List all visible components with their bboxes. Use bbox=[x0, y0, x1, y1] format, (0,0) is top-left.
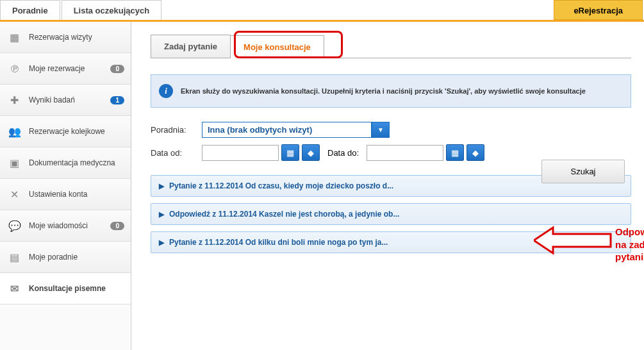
sidebar-item-ustawienia[interactable]: ✕ Ustawienia konta bbox=[0, 179, 131, 210]
sidebar-label: Dokumentacja medyczna bbox=[29, 158, 115, 167]
building-icon: ▤ bbox=[6, 251, 22, 263]
chevron-right-icon: ▶ bbox=[159, 210, 164, 219]
info-panel: i Ekran służy do wyszukiwania konsultacj… bbox=[151, 74, 631, 108]
result-title: Pytanie z 11.12.2014 Od czasu, kiedy moj… bbox=[169, 181, 393, 190]
envelope-icon: ✉ bbox=[6, 282, 22, 295]
sidebar-item-moje-rezerwacje[interactable]: ℗ Moje rezerwacje 0 bbox=[0, 53, 131, 85]
tab-erejestracja[interactable]: eRejestracja bbox=[554, 0, 643, 20]
sidebar-item-wyniki-badan[interactable]: ✚ Wyniki badań 1 bbox=[0, 85, 131, 116]
sidebar-label: Moje rezerwacje bbox=[29, 64, 85, 73]
content-area: Zadaj pytanie Moje konsultacje i Ekran s… bbox=[131, 22, 644, 350]
tab-lista-oczekujacych[interactable]: Lista oczekujących bbox=[62, 0, 162, 20]
chevron-down-icon[interactable]: ▼ bbox=[372, 122, 390, 138]
top-nav-tabs: Poradnie Lista oczekujących eRejestracja bbox=[0, 0, 644, 22]
sidebar-label: Konsultacje pisemne bbox=[29, 284, 106, 293]
info-icon: i bbox=[159, 84, 173, 98]
data-od-input[interactable] bbox=[202, 145, 279, 161]
count-badge: 1 bbox=[110, 96, 124, 104]
result-item[interactable]: ▶ Pytanie z 11.12.2014 Od kilku dni boli… bbox=[151, 231, 631, 253]
tools-icon: ✕ bbox=[6, 188, 22, 201]
search-button[interactable]: Szukaj bbox=[541, 160, 625, 183]
chevron-right-icon: ▶ bbox=[159, 238, 164, 247]
sidebar-item-dokumentacja[interactable]: ▣ Dokumentacja medyczna bbox=[0, 147, 131, 179]
clear-icon[interactable]: ◆ bbox=[302, 144, 320, 161]
stethoscope-icon: ℗ bbox=[6, 62, 22, 75]
medkit-icon: ✚ bbox=[6, 94, 22, 106]
folder-plus-icon: ▣ bbox=[6, 156, 22, 169]
count-badge: 0 bbox=[110, 65, 124, 73]
sidebar-label: Wyniki badań bbox=[29, 96, 75, 104]
sidebar-item-moje-poradnie[interactable]: ▤ Moje poradnie bbox=[0, 242, 131, 273]
calendar-plus-icon: ▦ bbox=[6, 31, 22, 44]
sidebar-item-rezerwacja-wizyty[interactable]: ▦ Rezerwacja wizyty bbox=[0, 22, 131, 53]
data-do-label: Data do: bbox=[327, 148, 359, 158]
tab-moje-konsultacje[interactable]: Moje konsultacje bbox=[230, 35, 324, 58]
data-od-label: Data od: bbox=[151, 148, 202, 158]
poradnia-value: Inna (brak odbytych wizyt) bbox=[202, 122, 372, 138]
data-do-input[interactable] bbox=[367, 145, 443, 161]
sidebar-label: Ustawienia konta bbox=[29, 190, 87, 199]
sidebar: ▦ Rezerwacja wizyty ℗ Moje rezerwacje 0 … bbox=[0, 22, 131, 350]
sidebar-label: Moje wiadomości bbox=[29, 221, 88, 230]
people-icon: 👥 bbox=[6, 125, 22, 138]
tab-poradnie[interactable]: Poradnie bbox=[0, 0, 60, 20]
poradnia-select[interactable]: Inna (brak odbytych wizyt) ▼ bbox=[202, 122, 390, 138]
sidebar-item-konsultacje[interactable]: ✉ Konsultacje pisemne bbox=[0, 273, 131, 304]
clear-icon[interactable]: ◆ bbox=[466, 144, 484, 161]
result-title: Pytanie z 11.12.2014 Od kilku dni boli m… bbox=[169, 238, 388, 247]
calendar-icon[interactable]: ▦ bbox=[446, 144, 464, 161]
tab-zadaj-pytanie[interactable]: Zadaj pytanie bbox=[151, 35, 231, 58]
result-item[interactable]: ▶ Odpowiedź z 11.12.2014 Kaszel nie jest… bbox=[151, 203, 631, 225]
sidebar-label: Moje poradnie bbox=[29, 253, 78, 262]
filter-date-row: Data od: ▦ ◆ Data do: ▦ ◆ bbox=[151, 144, 631, 161]
inner-tabs: Zadaj pytanie Moje konsultacje bbox=[151, 35, 631, 58]
sidebar-item-wiadomosci[interactable]: 💬 Moje wiadomości 0 bbox=[0, 210, 131, 242]
result-title: Odpowiedź z 11.12.2014 Kaszel nie jest c… bbox=[169, 210, 399, 219]
sidebar-label: Rezerwacje kolejkowe bbox=[29, 127, 105, 136]
poradnia-label: Poradnia: bbox=[151, 125, 202, 135]
sidebar-item-rezerwacje-kolejkowe[interactable]: 👥 Rezerwacje kolejkowe bbox=[0, 116, 131, 147]
chevron-right-icon: ▶ bbox=[159, 182, 164, 190]
calendar-icon[interactable]: ▦ bbox=[281, 144, 299, 161]
sidebar-label: Rezerwacja wizyty bbox=[29, 33, 92, 42]
filter-poradnia-row: Poradnia: Inna (brak odbytych wizyt) ▼ bbox=[151, 122, 631, 138]
annotation-text: Odpowiedź na zadane pytanie bbox=[615, 226, 644, 263]
chat-icon: 💬 bbox=[6, 219, 22, 232]
info-text: Ekran służy do wyszukiwania konsultacji.… bbox=[181, 87, 586, 95]
count-badge: 0 bbox=[110, 222, 124, 230]
